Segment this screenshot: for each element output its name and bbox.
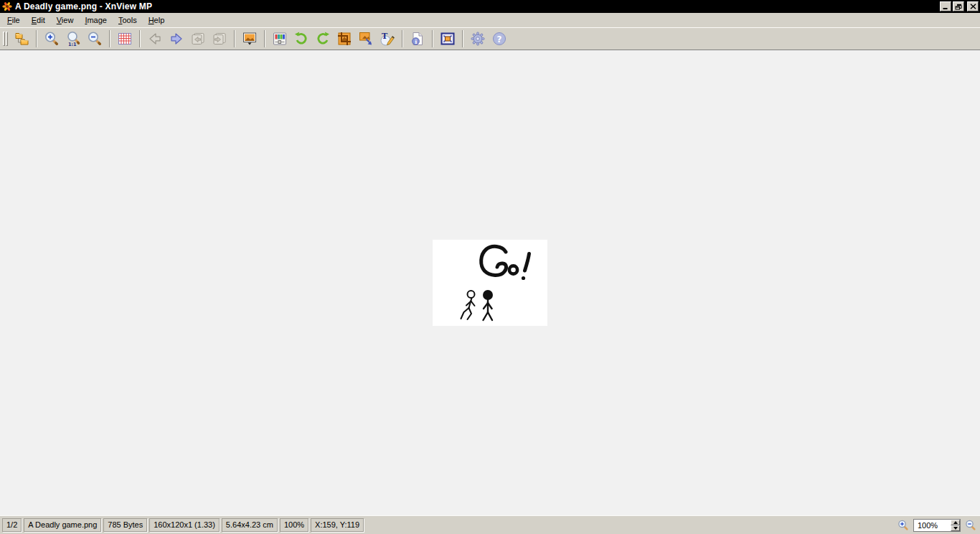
previous-image-button[interactable] bbox=[144, 29, 166, 49]
zoom-out-small-icon bbox=[965, 520, 976, 531]
restore-button[interactable] bbox=[953, 1, 964, 11]
status-print-size: 5.64x4.23 cm bbox=[222, 518, 278, 532]
zoom-spin-up-button[interactable] bbox=[951, 520, 960, 525]
svg-text:i: i bbox=[415, 38, 417, 45]
menu-view[interactable]: View bbox=[52, 14, 79, 26]
status-dimensions: 160x120x1 (1.33) bbox=[149, 518, 220, 532]
add-text-button[interactable]: T bbox=[377, 29, 398, 49]
status-page-index: 1/2 bbox=[2, 518, 22, 532]
menu-tools[interactable]: Tools bbox=[113, 14, 142, 26]
zoom-out-button[interactable] bbox=[84, 29, 105, 49]
spin-down-icon bbox=[953, 527, 958, 530]
zoom-level-input[interactable] bbox=[914, 520, 951, 531]
minimize-button[interactable] bbox=[940, 1, 951, 11]
first-page-button[interactable] bbox=[187, 29, 209, 49]
viewed-image[interactable] bbox=[433, 240, 547, 326]
close-icon bbox=[970, 4, 976, 9]
status-cursor-position: X:159, Y:119 bbox=[311, 518, 364, 532]
status-zoom-in-button[interactable] bbox=[897, 519, 910, 532]
toolbar-grip[interactable] bbox=[3, 32, 8, 46]
zoom-out-icon bbox=[87, 31, 103, 47]
next-image-icon bbox=[169, 31, 184, 47]
fullscreen-icon bbox=[440, 31, 456, 47]
status-filename: A Deadly game.png bbox=[24, 518, 101, 532]
menu-image[interactable]: Image bbox=[80, 14, 112, 26]
adjust-colors-button[interactable] bbox=[269, 29, 291, 49]
status-file-size: 785 Bytes bbox=[103, 518, 147, 532]
help-button[interactable]: ? bbox=[489, 29, 510, 49]
rotate-left-button[interactable] bbox=[291, 29, 312, 49]
resize-button[interactable] bbox=[355, 29, 377, 49]
menu-bar: File Edit View Image Tools Help bbox=[0, 13, 980, 27]
drawing-go bbox=[433, 240, 547, 326]
toolbar-separator bbox=[234, 30, 235, 47]
xnview-window: A Deadly game.png - XnView MP File Edit … bbox=[0, 0, 980, 534]
window-title: A Deadly game.png - XnView MP bbox=[15, 1, 152, 11]
fullscreen-button[interactable] bbox=[437, 29, 458, 49]
crop-button[interactable] bbox=[334, 29, 355, 49]
toolbar-separator bbox=[36, 30, 37, 47]
zoom-level-control bbox=[913, 519, 961, 532]
image-canvas[interactable] bbox=[0, 50, 980, 515]
svg-text:?: ? bbox=[497, 34, 502, 44]
image-info-icon: i bbox=[410, 31, 425, 47]
go-text bbox=[481, 246, 529, 280]
next-image-button[interactable] bbox=[166, 29, 187, 49]
slideshow-icon bbox=[242, 31, 258, 47]
stick-figure-filled bbox=[483, 290, 493, 320]
toolbar-separator bbox=[264, 30, 265, 47]
minimize-icon bbox=[942, 4, 949, 10]
help-icon: ? bbox=[491, 31, 507, 47]
status-zoom-controls bbox=[897, 519, 978, 532]
add-text-icon: T bbox=[380, 31, 395, 47]
window-controls bbox=[940, 1, 979, 11]
toolbar: 1:1 bbox=[0, 27, 980, 50]
restore-icon bbox=[955, 4, 962, 10]
slideshow-button[interactable] bbox=[239, 29, 260, 49]
status-bar: 1/2 A Deadly game.png 785 Bytes 160x120x… bbox=[0, 515, 980, 534]
browser-button[interactable] bbox=[11, 29, 32, 49]
toolbar-separator bbox=[432, 30, 433, 47]
toolbar-separator bbox=[462, 30, 463, 47]
close-button[interactable] bbox=[967, 1, 979, 11]
xnview-logo-icon bbox=[2, 1, 12, 11]
toolbar-separator bbox=[139, 30, 141, 47]
stick-figure-running bbox=[461, 291, 475, 319]
crop-icon bbox=[336, 31, 352, 47]
last-page-button[interactable] bbox=[209, 29, 230, 49]
rotate-right-icon bbox=[315, 31, 331, 47]
toolbar-separator bbox=[402, 30, 403, 47]
zoom-in-small-icon bbox=[897, 520, 909, 531]
previous-image-icon bbox=[147, 31, 163, 47]
zoom-in-icon bbox=[44, 31, 60, 47]
zoom-spin-down-button[interactable] bbox=[951, 525, 960, 531]
zoom-1-1-icon: 1:1 bbox=[65, 31, 81, 47]
image-info-button[interactable]: i bbox=[407, 29, 428, 49]
spin-up-icon bbox=[953, 521, 958, 524]
svg-text:1:1: 1:1 bbox=[68, 42, 77, 47]
first-page-icon bbox=[190, 31, 206, 47]
settings-button[interactable] bbox=[467, 29, 489, 49]
svg-text:T: T bbox=[382, 32, 388, 41]
thumbnail-grid-button[interactable] bbox=[114, 29, 136, 49]
menu-file[interactable]: File bbox=[2, 14, 25, 26]
browser-icon bbox=[14, 31, 29, 47]
rotate-right-button[interactable] bbox=[312, 29, 334, 49]
last-page-icon bbox=[212, 31, 227, 47]
toolbar-separator bbox=[109, 30, 110, 47]
status-zoom-percent: 100% bbox=[280, 518, 308, 532]
thumbnail-grid-icon bbox=[117, 31, 133, 47]
status-zoom-out-button[interactable] bbox=[964, 519, 977, 532]
resize-icon bbox=[358, 31, 374, 47]
zoom-1-1-button[interactable]: 1:1 bbox=[62, 29, 84, 49]
title-bar: A Deadly game.png - XnView MP bbox=[0, 0, 980, 13]
menu-help[interactable]: Help bbox=[143, 14, 170, 26]
adjust-colors-icon bbox=[272, 31, 288, 47]
rotate-left-icon bbox=[293, 31, 309, 47]
zoom-in-button[interactable] bbox=[41, 29, 62, 49]
settings-gear-icon bbox=[470, 31, 486, 47]
zoom-spinner bbox=[951, 520, 960, 531]
menu-edit[interactable]: Edit bbox=[27, 14, 50, 26]
